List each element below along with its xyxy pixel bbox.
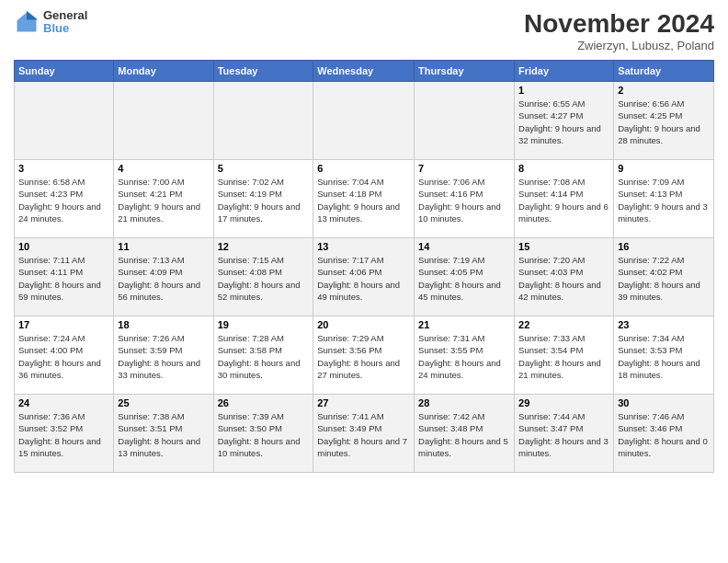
day-cell: 7 Sunrise: 7:06 AMSunset: 4:16 PMDayligh… [415,160,515,238]
day-cell: 1 Sunrise: 6:55 AMSunset: 4:27 PMDayligh… [515,82,614,160]
day-cell: 25 Sunrise: 7:38 AMSunset: 3:51 PMDaylig… [114,395,213,473]
day-number: 26 [218,397,310,408]
day-info: Sunrise: 6:56 AMSunset: 4:25 PMDaylight:… [618,98,710,146]
day-info: Sunrise: 7:11 AMSunset: 4:11 PMDaylight:… [18,254,109,303]
day-cell: 18 Sunrise: 7:26 AMSunset: 3:59 PMDaylig… [114,316,213,395]
day-cell: 27 Sunrise: 7:41 AMSunset: 3:49 PMDaylig… [313,395,415,473]
day-cell: 4 Sunrise: 7:00 AMSunset: 4:21 PMDayligh… [114,160,213,238]
day-cell: 8 Sunrise: 7:08 AMSunset: 4:14 PMDayligh… [515,160,614,238]
day-info: Sunrise: 7:19 AMSunset: 4:05 PMDaylight:… [418,254,510,303]
main-container: General Blue November 2024 Zwierzyn, Lub… [0,0,728,477]
calendar-header: Sunday Monday Tuesday Wednesday Thursday… [15,61,714,82]
day-cell: 11 Sunrise: 7:13 AMSunset: 4:09 PMDaylig… [114,238,213,316]
day-number: 14 [418,241,510,252]
day-cell [114,82,213,160]
week-row-2: 3 Sunrise: 6:58 AMSunset: 4:23 PMDayligh… [15,160,714,238]
header-tuesday: Tuesday [213,61,313,82]
calendar-table: Sunday Monday Tuesday Wednesday Thursday… [14,60,714,473]
header-sunday: Sunday [15,61,114,82]
day-cell: 29 Sunrise: 7:44 AMSunset: 3:47 PMDaylig… [515,395,614,473]
day-number: 8 [518,163,609,174]
day-cell: 23 Sunrise: 7:34 AMSunset: 3:53 PMDaylig… [614,316,714,395]
header-wednesday: Wednesday [313,61,415,82]
day-number: 7 [418,163,510,174]
day-number: 28 [418,397,510,408]
title-block: November 2024 Zwierzyn, Lubusz, Poland [524,9,714,52]
day-info: Sunrise: 7:06 AMSunset: 4:16 PMDaylight:… [418,176,510,224]
day-number: 30 [618,397,710,408]
day-cell: 9 Sunrise: 7:09 AMSunset: 4:13 PMDayligh… [614,160,714,238]
day-cell: 30 Sunrise: 7:46 AMSunset: 3:46 PMDaylig… [614,395,714,473]
day-cell: 19 Sunrise: 7:28 AMSunset: 3:58 PMDaylig… [213,316,313,395]
day-number: 18 [118,319,209,330]
week-row-3: 10 Sunrise: 7:11 AMSunset: 4:11 PMDaylig… [15,238,714,316]
day-number: 5 [218,163,310,174]
day-info: Sunrise: 7:39 AMSunset: 3:50 PMDaylight:… [218,410,310,459]
svg-marker-1 [27,11,38,20]
location-subtitle: Zwierzyn, Lubusz, Poland [524,39,714,52]
day-cell: 22 Sunrise: 7:33 AMSunset: 3:54 PMDaylig… [515,316,614,395]
day-info: Sunrise: 7:08 AMSunset: 4:14 PMDaylight:… [518,176,609,224]
day-cell: 5 Sunrise: 7:02 AMSunset: 4:19 PMDayligh… [213,160,313,238]
day-info: Sunrise: 7:41 AMSunset: 3:49 PMDaylight:… [317,410,410,459]
day-info: Sunrise: 7:28 AMSunset: 3:58 PMDaylight:… [218,332,310,381]
day-info: Sunrise: 7:33 AMSunset: 3:54 PMDaylight:… [518,332,609,381]
header-monday: Monday [114,61,213,82]
day-info: Sunrise: 6:55 AMSunset: 4:27 PMDaylight:… [518,98,609,146]
day-cell: 12 Sunrise: 7:15 AMSunset: 4:08 PMDaylig… [213,238,313,316]
day-number: 24 [18,397,109,408]
header-saturday: Saturday [614,61,714,82]
day-number: 22 [518,319,609,330]
day-info: Sunrise: 7:36 AMSunset: 3:52 PMDaylight:… [18,410,109,459]
day-cell: 6 Sunrise: 7:04 AMSunset: 4:18 PMDayligh… [313,160,415,238]
day-info: Sunrise: 7:13 AMSunset: 4:09 PMDaylight:… [118,254,209,303]
week-row-1: 1 Sunrise: 6:55 AMSunset: 4:27 PMDayligh… [15,82,714,160]
day-info: Sunrise: 7:29 AMSunset: 3:56 PMDaylight:… [317,332,410,381]
day-number: 2 [618,85,710,96]
day-info: Sunrise: 7:42 AMSunset: 3:48 PMDaylight:… [418,410,510,459]
day-cell: 24 Sunrise: 7:36 AMSunset: 3:52 PMDaylig… [15,395,114,473]
day-info: Sunrise: 6:58 AMSunset: 4:23 PMDaylight:… [18,176,109,224]
weekday-header-row: Sunday Monday Tuesday Wednesday Thursday… [15,61,714,82]
day-number: 17 [18,319,109,330]
day-cell: 2 Sunrise: 6:56 AMSunset: 4:25 PMDayligh… [614,82,714,160]
day-cell [415,82,515,160]
day-info: Sunrise: 7:17 AMSunset: 4:06 PMDaylight:… [317,254,410,303]
day-cell [313,82,415,160]
week-row-4: 17 Sunrise: 7:24 AMSunset: 4:00 PMDaylig… [15,316,714,395]
day-cell [213,82,313,160]
day-number: 9 [618,163,710,174]
day-info: Sunrise: 7:15 AMSunset: 4:08 PMDaylight:… [218,254,310,303]
day-number: 10 [18,241,109,252]
day-info: Sunrise: 7:22 AMSunset: 4:02 PMDaylight:… [618,254,710,303]
day-number: 23 [618,319,710,330]
day-info: Sunrise: 7:44 AMSunset: 3:47 PMDaylight:… [518,410,609,459]
day-number: 1 [518,85,609,96]
day-number: 25 [118,397,209,408]
logo: General Blue [14,9,87,36]
day-cell: 10 Sunrise: 7:11 AMSunset: 4:11 PMDaylig… [15,238,114,316]
day-info: Sunrise: 7:24 AMSunset: 4:00 PMDaylight:… [18,332,109,381]
day-number: 3 [18,163,109,174]
logo-text: General Blue [43,9,87,36]
day-cell: 13 Sunrise: 7:17 AMSunset: 4:06 PMDaylig… [313,238,415,316]
day-cell: 17 Sunrise: 7:24 AMSunset: 4:00 PMDaylig… [15,316,114,395]
day-number: 11 [118,241,209,252]
header-friday: Friday [515,61,614,82]
day-cell: 20 Sunrise: 7:29 AMSunset: 3:56 PMDaylig… [313,316,415,395]
day-info: Sunrise: 7:38 AMSunset: 3:51 PMDaylight:… [118,410,209,459]
header: General Blue November 2024 Zwierzyn, Lub… [14,9,714,52]
day-info: Sunrise: 7:34 AMSunset: 3:53 PMDaylight:… [618,332,710,381]
day-number: 15 [518,241,609,252]
day-info: Sunrise: 7:09 AMSunset: 4:13 PMDaylight:… [618,176,710,224]
day-info: Sunrise: 7:02 AMSunset: 4:19 PMDaylight:… [218,176,310,224]
day-number: 6 [317,163,410,174]
day-cell: 14 Sunrise: 7:19 AMSunset: 4:05 PMDaylig… [415,238,515,316]
day-cell [15,82,114,160]
day-number: 21 [418,319,510,330]
day-number: 12 [218,241,310,252]
day-cell: 26 Sunrise: 7:39 AMSunset: 3:50 PMDaylig… [213,395,313,473]
day-info: Sunrise: 7:20 AMSunset: 4:03 PMDaylight:… [518,254,609,303]
day-info: Sunrise: 7:46 AMSunset: 3:46 PMDaylight:… [618,410,710,459]
calendar-body: 1 Sunrise: 6:55 AMSunset: 4:27 PMDayligh… [15,82,714,473]
